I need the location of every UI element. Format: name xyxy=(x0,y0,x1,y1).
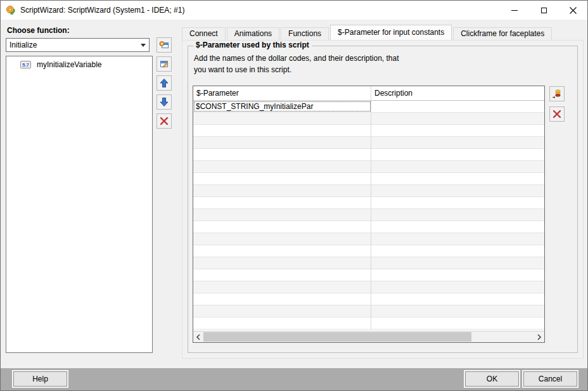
tab-clickframe-for-faceplates[interactable]: Clickframe for faceplates xyxy=(453,27,552,40)
table-row xyxy=(193,185,544,197)
tab-animations[interactable]: Animations xyxy=(227,27,279,40)
parameter-cell[interactable] xyxy=(193,305,371,317)
column-header-description[interactable]: Description xyxy=(371,86,544,100)
tab-connect[interactable]: Connect xyxy=(182,27,226,40)
table-row xyxy=(193,113,544,125)
table-row xyxy=(193,257,544,269)
description-cell[interactable] xyxy=(371,317,544,329)
description-cell[interactable] xyxy=(371,149,544,160)
move-down-button[interactable] xyxy=(157,94,172,110)
parameter-cell[interactable] xyxy=(193,161,371,172)
tree-item-label: myInitializeVariable xyxy=(37,60,102,69)
help-button[interactable]: Help xyxy=(13,371,67,387)
table-row xyxy=(193,173,544,185)
parameter-cell[interactable] xyxy=(193,269,371,281)
description-cell[interactable] xyxy=(371,173,544,184)
parameter-tab-panel: $-Parameter used by this script Add the … xyxy=(182,40,584,359)
table-row xyxy=(193,269,544,281)
description-cell[interactable] xyxy=(371,137,544,148)
description-cell[interactable] xyxy=(371,293,544,305)
description-cell[interactable] xyxy=(371,257,544,269)
title-bar: ScriptWizard: ScriptWizard (System1 - ID… xyxy=(1,1,587,20)
parameter-cell[interactable] xyxy=(193,317,371,329)
edit-function-icon xyxy=(159,59,169,69)
parameter-cell[interactable] xyxy=(193,185,371,196)
function-dropdown[interactable]: Initialize xyxy=(6,38,150,52)
parameter-cell[interactable] xyxy=(193,281,371,293)
table-row: $CONST_STRING_myInitializePar xyxy=(193,101,544,113)
tab-strip: ConnectAnimationsFunctions$-Parameter fo… xyxy=(182,25,553,40)
parameter-cell[interactable] xyxy=(193,149,371,160)
scrollbar-thumb[interactable] xyxy=(203,332,471,342)
parameter-cell[interactable] xyxy=(193,245,371,257)
table-row xyxy=(193,197,544,209)
parameter-cell[interactable] xyxy=(193,137,371,148)
parameter-cell[interactable] xyxy=(193,125,371,136)
scroll-right-button[interactable] xyxy=(534,331,544,342)
parameter-table: $-Parameter Description $CONST_STRING_my… xyxy=(193,86,545,343)
parameter-cell[interactable] xyxy=(193,221,371,233)
app-icon xyxy=(6,5,16,15)
description-line: Add the names of the dollar codes, and t… xyxy=(194,53,399,64)
ok-button[interactable]: OK xyxy=(465,371,519,387)
description-cell[interactable] xyxy=(371,209,544,221)
close-icon xyxy=(570,7,577,14)
description-line: you want to use in this script. xyxy=(194,64,399,75)
tab-parameter-for-input-constants[interactable]: $-Parameter for input constants xyxy=(330,25,452,40)
table-row xyxy=(193,245,544,257)
parameter-cell[interactable] xyxy=(193,209,371,221)
parameter-cell[interactable] xyxy=(193,257,371,269)
choose-function-label: Choose function: xyxy=(7,26,70,35)
cancel-button[interactable]: Cancel xyxy=(523,371,577,387)
groupbox-description: Add the names of the dollar codes, and t… xyxy=(194,53,399,75)
description-cell[interactable] xyxy=(371,113,544,124)
add-parameter-button[interactable] xyxy=(549,86,565,101)
delete-parameter-button[interactable] xyxy=(549,106,565,122)
delete-function-button[interactable] xyxy=(157,113,172,129)
edit-function-button[interactable] xyxy=(157,56,172,72)
column-header-parameter[interactable]: $-Parameter xyxy=(193,86,371,100)
description-cell[interactable] xyxy=(371,221,544,233)
function-dropdown-value: Initialize xyxy=(6,41,137,49)
footer-bar: Help OK Cancel xyxy=(1,368,587,390)
table-row xyxy=(193,161,544,173)
scrollbar-track[interactable] xyxy=(203,331,534,342)
description-cell[interactable] xyxy=(371,125,544,136)
close-button[interactable] xyxy=(558,1,587,20)
table-row xyxy=(193,293,544,305)
dialog-body: Choose function: Initialize 5.7myInitial… xyxy=(1,20,587,368)
delete-function-icon xyxy=(159,116,169,126)
table-row xyxy=(193,125,544,137)
parameter-cell[interactable] xyxy=(193,173,371,184)
function-variable-tree[interactable]: 5.7myInitializeVariable xyxy=(6,56,153,353)
parameter-cell[interactable] xyxy=(193,293,371,305)
move-up-icon xyxy=(159,78,169,88)
minimize-button[interactable] xyxy=(500,1,529,20)
table-row xyxy=(193,305,544,317)
tree-item-myInitializeVariable[interactable]: 5.7myInitializeVariable xyxy=(6,58,152,71)
description-cell[interactable] xyxy=(371,281,544,293)
tab-functions[interactable]: Functions xyxy=(281,27,329,40)
parameter-cell[interactable] xyxy=(193,113,371,124)
description-cell[interactable] xyxy=(371,245,544,257)
description-cell[interactable] xyxy=(371,233,544,245)
description-cell[interactable] xyxy=(371,269,544,281)
description-cell[interactable] xyxy=(371,185,544,196)
description-cell[interactable] xyxy=(371,305,544,317)
table-row xyxy=(193,233,544,245)
parameter-cell[interactable]: $CONST_STRING_myInitializePar xyxy=(193,101,371,112)
new-function-button[interactable] xyxy=(157,37,172,53)
scriptwizard-window: ScriptWizard: ScriptWizard (System1 - ID… xyxy=(0,0,588,391)
scroll-right-icon xyxy=(537,334,542,340)
description-cell[interactable] xyxy=(371,101,544,112)
parameter-cell[interactable] xyxy=(193,233,371,245)
maximize-button[interactable] xyxy=(529,1,558,20)
parameter-cell[interactable] xyxy=(193,197,371,208)
table-row xyxy=(193,317,544,330)
horizontal-scrollbar[interactable] xyxy=(193,331,544,342)
move-up-button[interactable] xyxy=(157,75,172,91)
description-cell[interactable] xyxy=(371,197,544,208)
description-cell[interactable] xyxy=(371,161,544,172)
scroll-left-button[interactable] xyxy=(193,331,203,342)
window-title: ScriptWizard: ScriptWizard (System1 - ID… xyxy=(20,6,184,15)
